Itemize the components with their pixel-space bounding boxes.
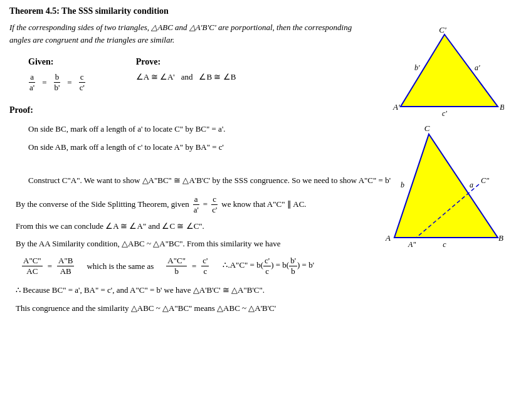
bottom-triangle-svg: C B A a b c C" A" xyxy=(382,115,504,253)
aa-text: By the AA Similarity condition, △ABC ~ △… xyxy=(16,238,411,251)
which-is-same-text: which is the same as xyxy=(87,261,154,271)
and-text: and xyxy=(181,72,193,82)
svg-text:c: c xyxy=(443,240,446,249)
svg-text:a: a xyxy=(470,181,473,189)
construct-text: Construct C"A". We want to show △A"BC" ≅… xyxy=(28,173,411,187)
proof-label: Proof: xyxy=(9,105,411,115)
prove-expression: ∠A ≅ ∠A' and ∠B ≅ ∠B xyxy=(136,72,236,82)
svg-text:C': C' xyxy=(439,25,446,34)
triangle-diagrams: C' B' A' a' b' c' C B A a b c C" xyxy=(382,25,507,256)
because-text: ∴ Because BC" = a', BA" = c', and A"C" =… xyxy=(16,284,411,297)
svg-text:A: A xyxy=(385,233,391,243)
proof-line-2: On side AB, mark off a length of c' to l… xyxy=(28,140,411,154)
theorem-description: If the corresponding sides of two triang… xyxy=(9,21,360,46)
svg-text:A': A' xyxy=(392,102,400,112)
svg-text:a': a' xyxy=(475,63,480,72)
svg-text:B: B xyxy=(498,233,503,243)
theorem-title: Theorem 4.5: The SSS similarity conditio… xyxy=(9,6,411,16)
svg-text:b': b' xyxy=(414,63,420,72)
fraction-equation: A"C"AC = A"BAB which is the same as A"C"… xyxy=(22,256,411,276)
prove-label: Prove: xyxy=(136,57,236,67)
svg-text:b: b xyxy=(401,181,404,189)
svg-marker-7 xyxy=(394,134,498,238)
given-label: Given: xyxy=(28,57,86,67)
conclude-text: From this we can conclude ∠A ≅ ∠A" and ∠… xyxy=(16,220,411,233)
top-triangle-svg: C' B' A' a' b' c' xyxy=(382,25,504,125)
final-text: This congruence and the similarity △ABC … xyxy=(16,302,411,315)
svg-text:C": C" xyxy=(481,176,490,185)
proof-line-1: On side BC, mark off a length of a' to l… xyxy=(28,122,411,136)
svg-text:C: C xyxy=(424,123,430,133)
svg-text:A": A" xyxy=(408,240,416,249)
splitting-line: By the converse of the Side Splitting Th… xyxy=(16,194,411,215)
svg-text:B': B' xyxy=(500,102,504,112)
given-expression: aa' = bb' = cc' xyxy=(28,72,86,93)
